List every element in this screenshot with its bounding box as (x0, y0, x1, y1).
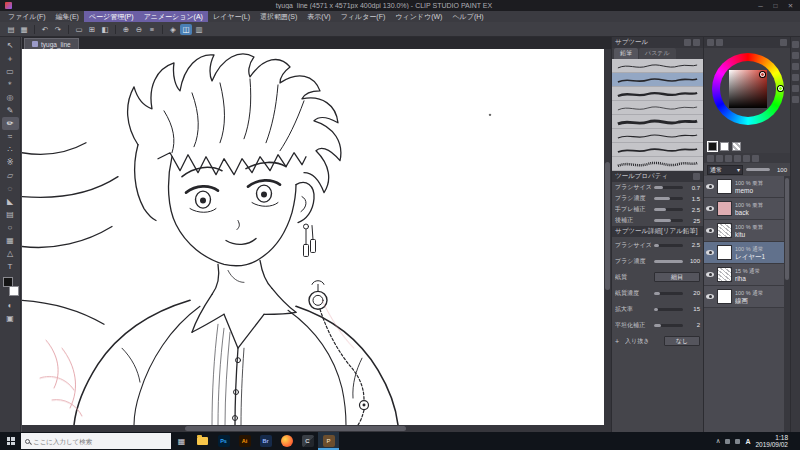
brush-tool-icon[interactable]: ≈ (2, 130, 19, 143)
sub-color-chip[interactable] (720, 142, 729, 151)
undo-icon[interactable]: ↶ (39, 24, 51, 35)
pen-tool-icon[interactable]: ✎ (2, 104, 19, 117)
bridge-button[interactable]: Br (255, 432, 276, 450)
search-input[interactable] (33, 438, 167, 445)
taskbar-clock[interactable]: 1:18 2019/09/02 (755, 434, 788, 449)
menu-filter[interactable]: フィルター(F) (336, 11, 391, 22)
ime-indicator[interactable]: A (745, 438, 750, 445)
scrollbar-thumb[interactable] (605, 162, 610, 290)
deselect-icon[interactable]: ▭ (73, 24, 85, 35)
property-value[interactable]: 2.5 (686, 207, 700, 213)
quick-mask-icon[interactable]: ▣ (2, 312, 19, 325)
hue-cursor[interactable] (778, 86, 783, 91)
pencil-tool-icon[interactable]: ✏ (2, 117, 19, 130)
layer-thumbnail[interactable] (717, 267, 732, 282)
fill-tool-icon[interactable]: ◣ (2, 195, 19, 208)
menu-window[interactable]: ウィンドウ(W) (390, 11, 447, 22)
menu-selection[interactable]: 選択範囲(S) (255, 11, 302, 22)
menu-layer[interactable]: レイヤー(L) (208, 11, 255, 22)
texture-density-slider[interactable] (654, 292, 683, 295)
text-tool-icon[interactable]: T (2, 260, 19, 273)
layer-opacity-slider[interactable] (746, 168, 770, 171)
menu-page-manage[interactable]: ページ管理(P) (84, 11, 139, 22)
snap-special-ruler-icon[interactable]: ◫ (180, 24, 192, 35)
layer-row[interactable]: 100 % 乗算memo (704, 176, 790, 198)
layer-row[interactable]: 100 % 通常線画 (704, 286, 790, 308)
firefox-button[interactable] (276, 432, 297, 450)
layer-thumbnail[interactable] (717, 245, 732, 260)
illustrator-button[interactable]: Ai (234, 432, 255, 450)
canvas-vertical-scrollbar[interactable] (604, 49, 611, 425)
paper-texture-select[interactable]: 細目 (654, 272, 700, 282)
property-slider[interactable] (654, 219, 683, 222)
taskbar-search[interactable] (21, 433, 171, 449)
eyedropper-tool-icon[interactable]: ◎ (2, 91, 19, 104)
subtool-item-selected[interactable] (612, 73, 703, 87)
clip-studio-button[interactable]: C (297, 432, 318, 450)
panel-menu-icon[interactable] (684, 39, 691, 46)
canvas-horizontal-scrollbar[interactable] (22, 425, 604, 432)
grid-icon[interactable]: ≡ (146, 24, 158, 35)
layer-row[interactable]: 15 % 通常riha (704, 264, 790, 286)
layer-thumbnail[interactable] (717, 289, 732, 304)
subtool-tab-pastel[interactable]: パステル (639, 48, 676, 59)
scale-value[interactable]: 15 (686, 306, 700, 312)
panel-menu-icon[interactable] (780, 39, 787, 46)
auto-select-tool-icon[interactable]: ＊ (2, 78, 19, 91)
layer-row[interactable]: 100 % 乗算back (704, 198, 790, 220)
dock-item-icon[interactable] (792, 85, 799, 92)
layer-thumbnail[interactable] (717, 223, 732, 238)
background-color-swatch[interactable] (9, 286, 19, 296)
subtool-item[interactable] (612, 115, 703, 129)
select-area-icon[interactable]: ⊞ (86, 24, 98, 35)
color-wheel-tab-icon[interactable] (707, 39, 714, 46)
invert-select-icon[interactable]: ◧ (99, 24, 111, 35)
flatten-value[interactable]: 2 (686, 322, 700, 328)
airbrush-tool-icon[interactable]: ∴ (2, 143, 19, 156)
scrollbar-thumb[interactable] (185, 426, 406, 431)
snap-ruler-icon[interactable]: ◈ (167, 24, 179, 35)
scrollbar-thumb[interactable] (785, 178, 789, 280)
subtool-item[interactable] (612, 157, 703, 171)
subtool-item[interactable] (612, 101, 703, 115)
menu-file[interactable]: ファイル(F) (3, 11, 51, 22)
layer-visibility-eye-icon[interactable] (706, 184, 714, 189)
tray-chevron-icon[interactable]: ∧ (716, 437, 721, 445)
transparent-color-chip[interactable] (732, 142, 741, 151)
clipping-icon[interactable] (725, 155, 732, 162)
tray-network-icon[interactable] (725, 439, 730, 444)
layer-thumbnail[interactable] (717, 201, 732, 216)
subtool-tab-pencil[interactable]: 鉛筆 (614, 48, 638, 59)
main-color-chip[interactable] (708, 142, 717, 151)
brush-size-value[interactable]: 2.5 (686, 242, 700, 248)
menu-animation[interactable]: アニメーション(A) (139, 11, 208, 22)
subtool-item[interactable] (612, 87, 703, 101)
layer-visibility-eye-icon[interactable] (706, 294, 714, 299)
move-layer-tool-icon[interactable]: ＋ (2, 52, 19, 65)
gradient-tool-icon[interactable]: ▤ (2, 208, 19, 221)
panel-menu-icon[interactable] (693, 173, 700, 180)
new-folder-icon[interactable] (716, 155, 723, 162)
blend-tool-icon[interactable]: ◌ (2, 182, 19, 195)
photoshop-button[interactable]: Ps (213, 432, 234, 450)
layer-row-selected[interactable]: 100 % 通常レイヤー1 (704, 242, 790, 264)
figure-tool-icon[interactable]: ○ (2, 221, 19, 234)
subtool-item[interactable] (612, 143, 703, 157)
delete-layer-icon[interactable] (752, 155, 759, 162)
clip-studio-paint-button[interactable]: P (318, 432, 339, 450)
selection-tool-icon[interactable]: ▭ (2, 65, 19, 78)
menu-view[interactable]: 表示(V) (302, 11, 335, 22)
layer-thumbnail[interactable] (717, 179, 732, 194)
zoom-in-icon[interactable]: ⊕ (120, 24, 132, 35)
property-value[interactable]: 0.7 (686, 185, 700, 191)
scale-slider[interactable] (654, 308, 683, 311)
menu-help[interactable]: ヘルプ(H) (447, 11, 488, 22)
task-view-button[interactable]: ▦ (171, 432, 192, 450)
save-icon[interactable]: ▦ (18, 24, 30, 35)
dock-item-icon[interactable] (792, 96, 799, 103)
property-slider[interactable] (654, 186, 683, 189)
switch-colors-icon[interactable]: ◐ (2, 299, 19, 312)
layer-visibility-eye-icon[interactable] (706, 272, 714, 277)
minimize-button[interactable]: ─ (753, 0, 768, 11)
ruler-tool-icon[interactable]: △ (2, 247, 19, 260)
